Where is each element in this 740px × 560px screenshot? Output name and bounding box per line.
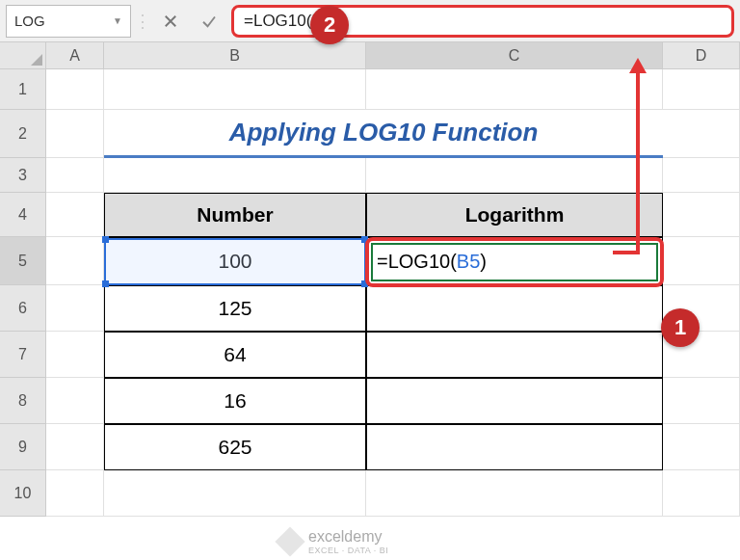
logo-icon xyxy=(275,526,304,556)
x-icon xyxy=(162,13,179,30)
formula-input[interactable]: =LOG10(B5) xyxy=(231,5,734,38)
table-cell[interactable]: 16 xyxy=(104,378,366,424)
table-cell[interactable]: 64 xyxy=(104,332,366,378)
callout-badge-2: 2 xyxy=(310,6,349,44)
active-cell-C5[interactable]: =LOG10(B5) xyxy=(366,237,663,285)
select-all-corner[interactable] xyxy=(0,42,46,68)
table-cell[interactable] xyxy=(366,332,663,378)
table-cell[interactable]: 625 xyxy=(104,424,366,470)
name-box[interactable]: LOG ▼ xyxy=(6,5,131,38)
enter-button[interactable] xyxy=(193,5,225,38)
name-box-value: LOG xyxy=(14,13,45,29)
col-header-D[interactable]: D xyxy=(663,42,740,68)
chevron-down-icon: ▼ xyxy=(113,15,122,26)
sheet-title: Applying LOG10 Function xyxy=(104,110,663,158)
formula-bar: LOG ▼ ⋮ 2 =LOG10(B5) xyxy=(0,0,740,42)
watermark-brand: exceldemy xyxy=(308,528,382,545)
table-cell[interactable] xyxy=(366,424,663,470)
row-header[interactable]: 2 xyxy=(0,110,45,158)
table-header-number: Number xyxy=(104,193,366,237)
data-table: Number Logarithm 100 =LOG10(B5) 125 64 xyxy=(104,193,663,470)
table-header-logarithm: Logarithm xyxy=(366,193,663,237)
row-header[interactable]: 5 xyxy=(0,237,45,285)
check-icon xyxy=(200,13,218,30)
col-header-C[interactable]: C xyxy=(366,42,663,68)
row-header[interactable]: 4 xyxy=(0,193,45,237)
spreadsheet-grid: A B C D 1 2 3 4 5 6 7 8 9 10 xyxy=(0,42,740,517)
watermark-tag: EXCEL · DATA · BI xyxy=(308,546,388,555)
callout-badge-1: 1 xyxy=(661,308,700,347)
cell-formula-text: =LOG10(B5) xyxy=(377,251,487,273)
table-cell[interactable]: 125 xyxy=(104,285,366,332)
row-header[interactable]: 9 xyxy=(0,424,45,470)
col-header-A[interactable]: A xyxy=(46,42,104,68)
row-header[interactable]: 10 xyxy=(0,470,45,517)
table-cell[interactable] xyxy=(366,285,663,332)
table-cell[interactable] xyxy=(366,378,663,424)
row-header[interactable]: 3 xyxy=(0,158,45,193)
cancel-button[interactable] xyxy=(154,5,187,38)
row-header[interactable]: 8 xyxy=(0,378,45,424)
separator: ⋮ xyxy=(137,5,148,38)
cells-area[interactable]: Applying LOG10 Function Number Logarithm… xyxy=(46,69,740,517)
column-headers: A B C D xyxy=(0,42,740,69)
col-header-B[interactable]: B xyxy=(104,42,366,68)
table-cell[interactable]: 100 xyxy=(104,237,366,285)
row-header[interactable]: 6 xyxy=(0,285,45,332)
row-header[interactable]: 1 xyxy=(0,69,45,110)
row-headers: 1 2 3 4 5 6 7 8 9 10 xyxy=(0,69,46,517)
watermark: exceldemy EXCEL · DATA · BI xyxy=(279,528,388,555)
row-header[interactable]: 7 xyxy=(0,332,45,378)
